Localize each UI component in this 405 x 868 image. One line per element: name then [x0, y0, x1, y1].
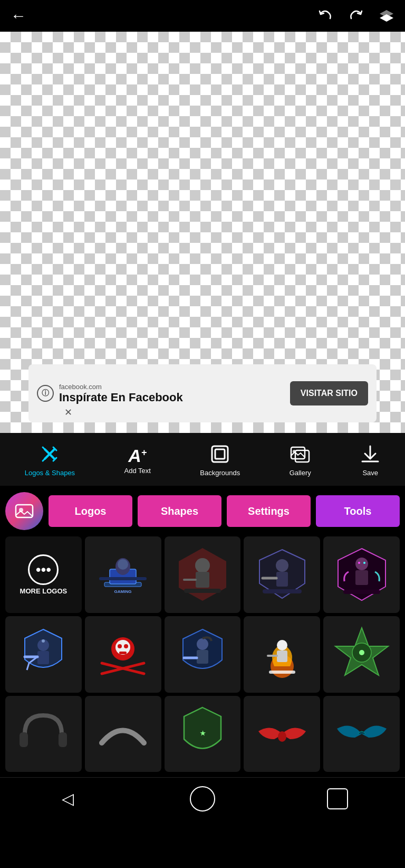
svg-rect-36 [343, 590, 380, 594]
more-logos-button[interactable]: ••• MORE LOGOS [5, 536, 82, 613]
ad-source: facebook.com [59, 383, 183, 391]
nav-recent-square-icon [327, 788, 348, 809]
nav-home-button[interactable] [181, 783, 224, 815]
svg-point-38 [363, 562, 365, 564]
svg-rect-25 [196, 572, 209, 588]
backgrounds-icon [210, 444, 230, 467]
top-toolbar: ← [0, 0, 405, 32]
logo-item-9[interactable] [323, 616, 400, 693]
svg-rect-21 [99, 577, 147, 580]
svg-text:★: ★ [199, 730, 205, 737]
svg-rect-55 [277, 650, 287, 662]
back-button[interactable]: ← [11, 7, 26, 25]
svg-rect-15 [16, 505, 33, 517]
tool-logos-shapes[interactable]: Logos & Shapes [25, 444, 75, 477]
ad-title: Inspírate En Facebook [59, 391, 183, 404]
logo-item-11[interactable] [85, 696, 161, 772]
ad-close-icon[interactable]: ✕ [64, 407, 72, 418]
bottom-toolbar: Logos & Shapes A+ Add Text Backgrounds G [0, 433, 405, 486]
svg-point-60 [359, 650, 364, 655]
more-logos-icon: ••• [28, 554, 59, 585]
svg-rect-61 [20, 732, 28, 747]
tool-backgrounds[interactable]: Backgrounds [200, 444, 240, 477]
save-icon [360, 444, 380, 467]
logo-item-5[interactable] [5, 616, 82, 693]
logo-item-14[interactable] [323, 696, 400, 772]
svg-rect-62 [59, 732, 67, 747]
tool-gallery[interactable]: Gallery [290, 444, 311, 477]
logo-item-10[interactable] [5, 696, 82, 772]
svg-point-29 [276, 559, 288, 572]
svg-point-24 [195, 558, 210, 573]
svg-point-46 [124, 644, 128, 648]
svg-rect-32 [263, 589, 302, 593]
tool-save[interactable]: Save [360, 444, 380, 477]
svg-point-45 [118, 644, 122, 648]
undo-button[interactable] [317, 8, 333, 24]
svg-rect-57 [269, 671, 295, 674]
category-logos-button[interactable]: Logos [49, 495, 132, 527]
ad-banner: ⓘ facebook.com Inspírate En Facebook VIS… [28, 364, 377, 422]
category-bar: Logos Shapes Settings Tools [0, 486, 405, 536]
logo-item-6[interactable] [85, 616, 161, 693]
tool-add-text[interactable]: A+ Add Text [124, 447, 151, 475]
nav-bar: ◁ [0, 777, 405, 819]
category-logo-icon[interactable] [5, 492, 43, 530]
logo-item-13[interactable] [244, 696, 320, 772]
logo-item-7[interactable] [165, 616, 241, 693]
canvas-area[interactable]: ⓘ facebook.com Inspírate En Facebook VIS… [0, 32, 405, 433]
svg-point-42 [42, 639, 45, 643]
logos-shapes-label: Logos & Shapes [25, 469, 75, 477]
svg-rect-40 [37, 651, 49, 664]
logo-item-12[interactable]: ★ [165, 696, 241, 772]
add-text-label: Add Text [124, 467, 151, 475]
add-text-icon: A+ [128, 447, 147, 465]
ad-info-icon: ⓘ [37, 385, 54, 402]
logos-shapes-icon [40, 444, 60, 467]
svg-point-37 [358, 562, 360, 564]
nav-recent-button[interactable] [316, 783, 359, 815]
category-shapes-button[interactable]: Shapes [138, 495, 221, 527]
redo-button[interactable] [348, 8, 364, 24]
gallery-icon [290, 444, 310, 467]
save-label: Save [362, 469, 378, 477]
more-logos-label: MORE LOGOS [20, 587, 68, 595]
nav-back-button[interactable]: ◁ [46, 783, 89, 815]
backgrounds-label: Backgrounds [200, 469, 240, 477]
svg-rect-51 [197, 650, 208, 664]
svg-line-6 [43, 458, 46, 461]
layers-button[interactable] [379, 8, 394, 24]
svg-rect-47 [119, 652, 127, 654]
svg-text:GAMING: GAMING [114, 589, 132, 594]
category-settings-button[interactable]: Settings [227, 495, 311, 527]
gallery-label: Gallery [290, 469, 311, 477]
svg-rect-35 [355, 570, 368, 585]
ad-cta-button[interactable]: VISITAR SITIO [290, 381, 368, 405]
svg-rect-11 [295, 450, 309, 462]
logo-item-4[interactable] [323, 536, 400, 613]
svg-rect-9 [215, 449, 225, 459]
svg-rect-30 [276, 572, 288, 587]
svg-point-12 [293, 450, 296, 453]
svg-rect-27 [184, 589, 221, 593]
nav-home-circle-icon [190, 786, 215, 812]
svg-marker-1 [380, 14, 393, 22]
logo-item-2[interactable] [165, 536, 241, 613]
logo-item-1[interactable]: GAMING [85, 536, 161, 613]
svg-point-34 [355, 558, 368, 570]
category-tools-button[interactable]: Tools [316, 495, 400, 527]
logo-item-8[interactable] [244, 616, 320, 693]
logo-grid: ••• MORE LOGOS GAMING [0, 536, 405, 777]
svg-point-50 [197, 638, 208, 650]
svg-point-54 [277, 640, 287, 650]
svg-line-4 [43, 447, 46, 450]
svg-point-20 [118, 559, 128, 570]
logo-item-3[interactable] [244, 536, 320, 613]
svg-point-64 [278, 731, 286, 742]
